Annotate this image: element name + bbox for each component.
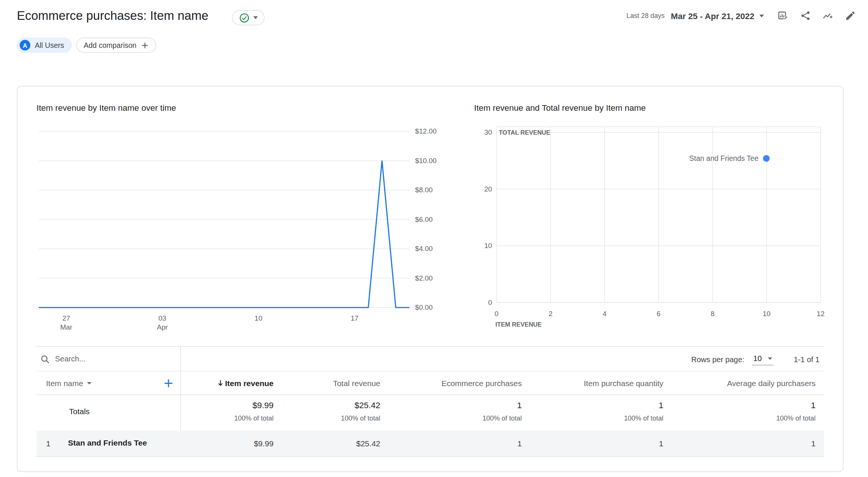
svg-text:8: 8 bbox=[711, 310, 714, 318]
svg-text:TOTAL REVENUE: TOTAL REVENUE bbox=[499, 129, 550, 136]
column-label: Total revenue bbox=[333, 379, 380, 388]
row-index: 1 bbox=[46, 439, 51, 448]
search-box bbox=[37, 354, 145, 363]
share-icon bbox=[800, 10, 811, 21]
customize-report-button[interactable] bbox=[772, 8, 794, 24]
svg-text:30: 30 bbox=[484, 128, 492, 136]
table-row[interactable]: 1 Stan and Friends Tee $9.99 $25.42 1 1 … bbox=[37, 431, 824, 457]
chevron-down-icon bbox=[768, 357, 773, 360]
totals-cell: $25.42 100% of total bbox=[341, 400, 380, 422]
row-cell: 1 bbox=[659, 439, 664, 448]
pencil-icon bbox=[845, 10, 856, 21]
add-comparison-label: Add comparison bbox=[84, 41, 137, 50]
search-input[interactable] bbox=[55, 355, 145, 363]
comparison-chip-label: All Users bbox=[35, 41, 64, 50]
column-label: Item name bbox=[46, 379, 83, 388]
column-label: Item revenue bbox=[225, 379, 274, 388]
svg-text:Apr: Apr bbox=[157, 323, 168, 331]
totals-percent: 100% of total bbox=[482, 414, 522, 422]
svg-text:Mar: Mar bbox=[60, 323, 72, 331]
totals-value: 1 bbox=[776, 400, 816, 410]
totals-row: Totals $9.99 100% of total $25.42 100% o… bbox=[37, 395, 824, 431]
chevron-down-icon bbox=[87, 382, 92, 385]
scatter-chart: 0246810120102030TOTAL REVENUEITEM REVENU… bbox=[478, 120, 843, 333]
chevron-down-icon bbox=[253, 16, 258, 19]
svg-text:4: 4 bbox=[603, 310, 606, 318]
row-cell: $25.42 bbox=[356, 439, 380, 448]
svg-text:$8.00: $8.00 bbox=[415, 186, 433, 194]
line-chart: $0.00$2.00$4.00$6.00$8.00$10.00$12.0027M… bbox=[34, 120, 450, 333]
add-column-button[interactable] bbox=[163, 377, 175, 389]
search-icon bbox=[40, 354, 49, 363]
column-header-item-purchase-quantity[interactable]: Item purchase quantity bbox=[584, 371, 663, 395]
comparison-chips: A All Users Add comparison bbox=[17, 38, 156, 53]
rows-per-page-value: 10 bbox=[753, 354, 762, 363]
scatter-chart-title: Item revenue and Total revenue by Item n… bbox=[474, 103, 646, 113]
svg-text:$2.00: $2.00 bbox=[415, 274, 433, 282]
insights-icon bbox=[822, 10, 834, 21]
row-cell: $9.99 bbox=[254, 439, 274, 448]
column-header-ecommerce-purchases[interactable]: Ecommerce purchases bbox=[441, 371, 522, 395]
insights-button[interactable] bbox=[817, 8, 839, 24]
row-cell: 1 bbox=[811, 439, 816, 448]
comparison-badge: A bbox=[20, 40, 31, 51]
rows-per-page-select[interactable]: 10 bbox=[752, 353, 774, 366]
svg-text:03: 03 bbox=[158, 314, 166, 322]
date-range-value: Mar 25 - Apr 21, 2022 bbox=[671, 11, 754, 21]
totals-value: $25.42 bbox=[341, 400, 380, 410]
svg-text:10: 10 bbox=[763, 310, 771, 318]
svg-text:10: 10 bbox=[484, 242, 492, 250]
pagination-label: 1-1 of 1 bbox=[794, 355, 820, 364]
totals-value: 1 bbox=[482, 400, 522, 410]
totals-label: Totals bbox=[69, 407, 90, 416]
svg-text:$10.00: $10.00 bbox=[415, 157, 437, 165]
svg-text:$6.00: $6.00 bbox=[415, 215, 433, 223]
totals-percent: 100% of total bbox=[776, 414, 816, 422]
svg-text:12: 12 bbox=[817, 310, 825, 318]
column-header-item-name[interactable]: Item name bbox=[46, 371, 92, 395]
rows-per-page-label: Rows per page: bbox=[691, 355, 744, 364]
report-card: Item revenue by Item name over time Item… bbox=[17, 86, 844, 472]
date-range-selector[interactable]: Mar 25 - Apr 21, 2022 bbox=[671, 11, 764, 21]
column-label: Average daily purchasers bbox=[727, 379, 816, 388]
totals-value: $9.99 bbox=[234, 400, 273, 410]
column-header-item-revenue[interactable]: Item revenue bbox=[217, 371, 274, 395]
column-label: Item purchase quantity bbox=[584, 379, 663, 388]
edit-report-button[interactable] bbox=[839, 8, 862, 24]
column-header-average-daily-purchasers[interactable]: Average daily purchasers bbox=[727, 371, 816, 395]
svg-text:0: 0 bbox=[488, 299, 492, 306]
totals-value: 1 bbox=[624, 400, 663, 410]
svg-text:ITEM REVENUE: ITEM REVENUE bbox=[495, 321, 542, 328]
table-toolbar: Rows per page: 10 1-1 of 1 bbox=[37, 347, 824, 371]
report-status-dropdown[interactable] bbox=[232, 10, 265, 25]
pagination-controls: Rows per page: 10 1-1 of 1 bbox=[691, 347, 820, 371]
add-comparison-button[interactable]: Add comparison bbox=[76, 38, 156, 53]
svg-text:2: 2 bbox=[549, 310, 552, 318]
share-button[interactable] bbox=[794, 8, 817, 24]
svg-text:$0.00: $0.00 bbox=[415, 303, 433, 311]
row-item-name: Stan and Friends Tee bbox=[68, 438, 147, 447]
totals-cell: 1 100% of total bbox=[776, 400, 816, 422]
plus-icon bbox=[163, 378, 174, 389]
row-cell: 1 bbox=[518, 439, 522, 448]
totals-percent: 100% of total bbox=[234, 414, 273, 422]
page-title: Ecommerce purchases: Item name bbox=[17, 9, 209, 23]
svg-text:10: 10 bbox=[255, 314, 262, 322]
chevron-down-icon bbox=[759, 14, 764, 17]
topbar-actions: Last 28 days Mar 25 - Apr 21, 2022 bbox=[626, 8, 862, 24]
date-preset-label: Last 28 days bbox=[626, 12, 665, 20]
column-header-total-revenue[interactable]: Total revenue bbox=[333, 371, 380, 395]
comparison-chip-all-users[interactable]: A All Users bbox=[17, 38, 72, 53]
sort-descending-icon bbox=[217, 379, 224, 387]
svg-text:$4.00: $4.00 bbox=[415, 245, 433, 253]
svg-text:17: 17 bbox=[350, 314, 358, 322]
table-header-row: Item name Item revenue Total revenue bbox=[37, 371, 824, 395]
ga4-report-page: Ecommerce purchases: Item name Last 28 d… bbox=[0, 0, 868, 477]
svg-text:27: 27 bbox=[62, 314, 70, 322]
svg-text:6: 6 bbox=[657, 310, 661, 318]
column-label: Ecommerce purchases bbox=[441, 379, 522, 388]
totals-percent: 100% of total bbox=[341, 414, 380, 422]
svg-text:20: 20 bbox=[484, 185, 492, 193]
totals-cell: $9.99 100% of total bbox=[234, 400, 273, 422]
plus-icon bbox=[141, 41, 149, 49]
